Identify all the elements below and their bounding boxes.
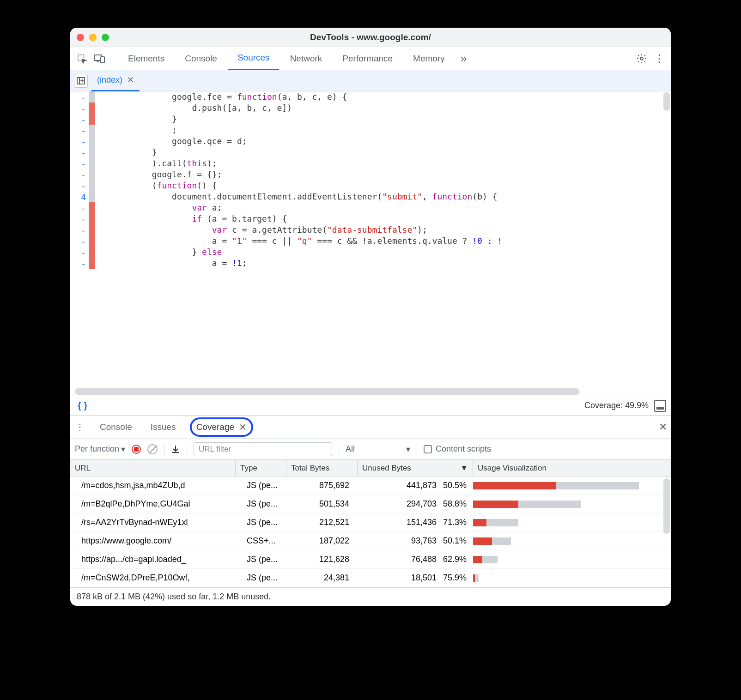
- content-scripts-toggle[interactable]: Content scripts: [424, 444, 491, 454]
- show-navigator-icon[interactable]: [74, 74, 88, 88]
- coverage-table: URL Type Total Bytes Unused Bytes ▼ Usag…: [70, 459, 671, 587]
- tab-performance[interactable]: Performance: [333, 47, 402, 70]
- table-row[interactable]: /m=B2qlPe,DhPYme,GU4GalJS (pe...501,5342…: [70, 495, 671, 513]
- table-body: /m=cdos,hsm,jsa,mb4ZUb,dJS (pe...875,692…: [70, 477, 671, 587]
- coverage-status: Coverage: 49.9%: [584, 401, 649, 410]
- chevron-down-icon: ▾: [406, 444, 410, 454]
- tab-console[interactable]: Console: [176, 47, 226, 70]
- editor-area: ---------4------ google.fce = function(a…: [70, 91, 671, 387]
- code-editor[interactable]: google.fce = function(a, b, c, e) { d.pu…: [107, 91, 671, 387]
- th-unused[interactable]: Unused Bytes ▼: [358, 460, 473, 476]
- devtools-window: DevTools - www.google.com/ Elements Cons…: [70, 28, 671, 606]
- table-row[interactable]: https://ap.../cb=gapi.loaded_JS (pe...12…: [70, 550, 671, 569]
- coverage-toolbar: Per function ▾ URL filter All ▾ Content …: [70, 438, 671, 459]
- footer-text: 878 kB of 2.1 MB (42%) used so far, 1.2 …: [77, 592, 271, 602]
- sidebar-toggle-icon[interactable]: [654, 400, 666, 412]
- table-header: URL Type Total Bytes Unused Bytes ▼ Usag…: [70, 460, 671, 477]
- type-filter-label: All: [346, 444, 355, 454]
- th-total[interactable]: Total Bytes: [286, 460, 358, 476]
- drawer-tab-console[interactable]: Console: [95, 416, 137, 439]
- tab-sources[interactable]: Sources: [228, 47, 279, 70]
- editor-status-bar: { } Coverage: 49.9%: [70, 396, 671, 415]
- export-button[interactable]: [171, 445, 180, 454]
- chevron-down-icon: ▾: [121, 444, 125, 454]
- checkbox-icon: [424, 445, 432, 453]
- table-v-scrollbar[interactable]: [663, 478, 670, 534]
- granularity-select[interactable]: Per function ▾: [75, 444, 125, 454]
- record-button[interactable]: [132, 445, 141, 454]
- th-type[interactable]: Type: [236, 460, 286, 476]
- clear-button[interactable]: [147, 444, 158, 454]
- tab-elements[interactable]: Elements: [119, 47, 174, 70]
- drawer-tabs: ⋮ Console Issues Coverage ✕ ✕: [70, 415, 671, 438]
- coverage-footer: 878 kB of 2.1 MB (42%) used so far, 1.2 …: [70, 587, 671, 606]
- kebab-menu-icon[interactable]: ⋮: [651, 51, 667, 66]
- url-filter-placeholder: URL filter: [199, 445, 231, 454]
- file-tab-label: (index): [97, 75, 122, 85]
- inspect-element-icon[interactable]: [74, 51, 90, 66]
- url-filter-input[interactable]: URL filter: [194, 442, 332, 456]
- table-row[interactable]: /m=CnSW2d,DPreE,P10Owf,JS (pe...24,38118…: [70, 569, 671, 587]
- drawer-tab-coverage[interactable]: Coverage ✕: [190, 417, 253, 437]
- table-row[interactable]: https://www.google.com/CSS+...187,02293,…: [70, 532, 671, 550]
- more-tabs-icon[interactable]: »: [456, 51, 472, 66]
- file-tab-index[interactable]: (index) ✕: [91, 70, 140, 91]
- granularity-label: Per function: [75, 444, 119, 454]
- th-url[interactable]: URL: [70, 460, 236, 476]
- close-drawer-tab-icon[interactable]: ✕: [239, 422, 247, 433]
- titlebar: DevTools - www.google.com/: [70, 28, 671, 47]
- sort-desc-icon: ▼: [460, 464, 468, 473]
- th-viz[interactable]: Usage Visualization: [473, 460, 671, 476]
- editor-gutter: ---------4------: [70, 91, 107, 387]
- drawer-tab-label: Coverage: [196, 422, 234, 432]
- tab-memory[interactable]: Memory: [404, 47, 454, 70]
- svg-rect-2: [101, 57, 104, 63]
- table-row[interactable]: /rs=AA2YrTvBynad-nWEy1xlJS (pe...212,521…: [70, 513, 671, 532]
- close-file-tab-icon[interactable]: ✕: [127, 75, 134, 85]
- device-toolbar-icon[interactable]: [91, 51, 107, 66]
- close-drawer-icon[interactable]: ✕: [659, 421, 667, 433]
- svg-point-3: [640, 57, 643, 60]
- drawer-more-icon[interactable]: ⋮: [74, 422, 86, 433]
- file-tabs-bar: (index) ✕: [70, 70, 671, 91]
- tab-network[interactable]: Network: [281, 47, 332, 70]
- editor-h-scrollbar[interactable]: [70, 387, 671, 396]
- drawer-tab-issues[interactable]: Issues: [146, 416, 181, 439]
- table-row[interactable]: /m=cdos,hsm,jsa,mb4ZUb,dJS (pe...875,692…: [70, 477, 671, 495]
- type-filter-select[interactable]: All ▾: [346, 444, 410, 454]
- window-title: DevTools - www.google.com/: [70, 32, 671, 42]
- pretty-print-icon[interactable]: { }: [75, 400, 90, 411]
- gear-icon[interactable]: [634, 51, 650, 66]
- editor-v-scrollbar[interactable]: [663, 92, 670, 111]
- main-tabs: Elements Console Sources Network Perform…: [70, 47, 671, 70]
- content-scripts-label: Content scripts: [436, 444, 491, 454]
